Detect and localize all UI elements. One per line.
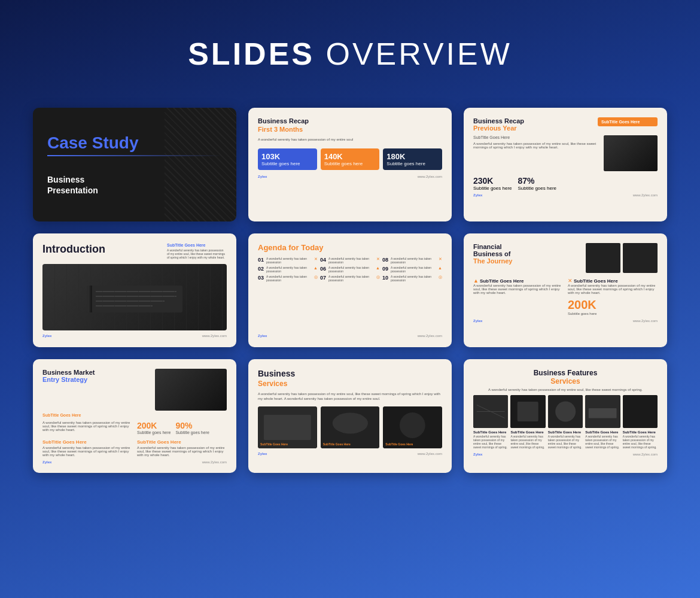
slide-business-recap-3m[interactable]: Business Recap First 3 Months A wonderfu… <box>248 108 452 221</box>
s7-stat1: 200K Subtitle goes here <box>137 421 171 435</box>
s3-subtitle: Previous Year <box>473 125 524 132</box>
stats-row: 103K Subtitle goes here 140K Subtitle go… <box>258 148 442 170</box>
s9-img-3 <box>548 395 583 428</box>
s3-right-img <box>604 135 658 171</box>
s6-left: ▲ SubTitle Goes Here A wonderful serenit… <box>473 278 563 315</box>
s9-img-4 <box>585 395 620 428</box>
slide-introduction[interactable]: Introduction SubTitle Goes Here A wonder… <box>33 233 236 347</box>
stat3-label: Subtitle goes here <box>386 161 425 166</box>
agenda-item-04: 04 A wonderful serenity has taken posses… <box>320 257 380 264</box>
s3-header: Business Recap Previous Year SubTitle Go… <box>473 117 658 132</box>
s4-title: Introduction <box>42 243 105 259</box>
features-img-5 <box>623 395 658 428</box>
s6-stat-label: Subtitle goes here <box>568 312 658 315</box>
slide-agenda[interactable]: Agenda for Today 01 A wonderful serenity… <box>248 233 452 347</box>
s9-img-2 <box>510 395 545 428</box>
s3-left: SubTitle Goes Here A wonderful serenity … <box>473 135 599 171</box>
s9-title: Business Features <box>473 369 658 377</box>
s3-stat2-label: Subtitle goes here <box>518 186 557 191</box>
agenda-item-03: 03 A wonderful serenity has taken posses… <box>258 275 318 282</box>
s9-url: www.2ylex.com <box>633 453 658 456</box>
s7-body: A wonderful serenity has taken possessio… <box>42 421 227 435</box>
s3-stat2: 87% Subtitle goes here <box>518 176 557 191</box>
stat-box-orange: 140K Subtitle goes here <box>321 148 380 170</box>
agenda-item-05: 06 A wonderful serenity has taken posses… <box>320 266 380 273</box>
notebook-illustration <box>75 280 194 315</box>
features-img-2 <box>510 395 545 428</box>
s9-brand: Zylex <box>473 453 482 456</box>
s8-brand: Zylex <box>258 452 267 456</box>
svg-rect-16 <box>518 402 538 421</box>
stat1-label: Subtitle goes here <box>261 161 300 166</box>
slide-business-recap-py[interactable]: Business Recap Previous Year SubTitle Go… <box>464 108 667 221</box>
s6-content: ▲ SubTitle Goes Here A wonderful serenit… <box>473 278 658 315</box>
s9-text: A wonderful serenity has taken possessio… <box>473 388 658 391</box>
stat3-num: 180K <box>386 152 439 161</box>
s3-left-label: SubTitle Goes Here <box>473 135 599 139</box>
s7-stat2: 90% Subtitle goes here <box>175 421 209 435</box>
svg-rect-20 <box>589 408 617 418</box>
s3-left-text: A wonderful serenity has taken possessio… <box>473 142 599 149</box>
agenda-item-09: 10 A wonderful serenity has taken posses… <box>382 275 442 282</box>
s9-cap-1: SubTitle Goes Here A wonderful serenity … <box>473 430 508 449</box>
agenda-item-01: 01 A wonderful serenity has taken posses… <box>258 257 318 264</box>
s3-stat1: 230K Subtitle goes here <box>473 176 512 191</box>
s6-brand: Zylex <box>473 319 482 323</box>
s7-header: Business Market Entry Strategy <box>42 369 227 411</box>
s3-title-block: Business Recap Previous Year <box>473 117 524 132</box>
s7-right: 200K Subtitle goes here 90% Subtitle goe… <box>137 421 227 435</box>
s4-brand: Zylex <box>42 334 51 338</box>
stat2-num: 140K <box>324 152 376 161</box>
features-img-4 <box>585 395 620 428</box>
s3-stat1-label: Subtitle goes here <box>473 186 512 191</box>
s6-item-2: ✕ SubTitle Goes Here A wonderful serenit… <box>568 278 658 295</box>
agenda-highlight: Today <box>301 243 323 252</box>
stat1-num: 103K <box>261 152 314 161</box>
s9-footer: Zylex www.2ylex.com <box>473 453 658 456</box>
slide-financial[interactable]: Financial Business of The Journey ▲ SubT… <box>464 233 667 347</box>
bg-pattern <box>165 108 236 221</box>
s7-main-title: Business Market <box>42 369 95 376</box>
s2-subtitle: First 3 Months <box>258 126 442 133</box>
s7-main-sub: Entry Strategy <box>42 376 95 383</box>
s9-img-1 <box>473 395 508 428</box>
s3-stats: 230K Subtitle goes here 87% Subtitle goe… <box>473 176 658 191</box>
s2-brand: Zylex <box>258 175 267 178</box>
s7-bottom-2: SubTitle Goes Here A wonderful serenity … <box>137 439 227 457</box>
slide-business-services[interactable]: Business Services A wonderful serenity h… <box>248 359 452 473</box>
s5-brand: Zylex <box>258 334 267 338</box>
slide-business-features[interactable]: Business Features Services A wonderful s… <box>464 359 667 473</box>
s3-stat1-num: 230K <box>473 176 512 186</box>
s3-title: Business Recap <box>473 117 524 125</box>
slide-case-study[interactable]: Case Study Business Presentation <box>33 108 236 221</box>
s4-header: Introduction SubTitle Goes Here A wonder… <box>42 243 227 259</box>
s4-text: A wonderful serenity has taken possessio… <box>167 248 227 259</box>
s9-images <box>473 395 658 428</box>
s4-url: www.2ylex.com <box>202 334 227 338</box>
stat-box-blue: 103K Subtitle goes here <box>258 148 317 170</box>
page-title: SLIDES OVERVIEW <box>188 36 512 72</box>
s2-text: A wonderful serenity has taken possessio… <box>258 138 442 142</box>
s8-img1-label: SubTitle Goes Here <box>260 442 288 446</box>
s9-cap-2: SubTitle Goes Here A wonderful serenity … <box>510 430 545 449</box>
s2-footer: Zylex www.2ylex.com <box>258 175 442 178</box>
agenda-item-02: 02 A wonderful serenity has taken posses… <box>258 266 318 273</box>
features-img-3 <box>548 395 583 428</box>
svg-rect-0 <box>87 286 182 312</box>
title-light: OVERVIEW <box>315 37 512 71</box>
agenda-col-3: 08 A wonderful serenity has taken posses… <box>382 257 442 330</box>
s4-subtitle: SubTitle Goes Here <box>167 243 227 247</box>
s8-img2-label: SubTitle Goes Here <box>323 442 351 446</box>
s6-header: Financial Business of The Journey <box>473 243 658 273</box>
s4-footer: Zylex www.2ylex.com <box>42 334 227 338</box>
s6-img-sm-1 <box>586 243 620 273</box>
s3-footer: Zylex www.2ylex.com <box>473 193 658 197</box>
agenda-item-08: 09 A wonderful serenity has taken posses… <box>382 266 442 273</box>
slide-market-entry[interactable]: Business Market Entry Strategy SubTitle … <box>33 359 236 473</box>
agenda-col-1: 01 A wonderful serenity has taken posses… <box>258 257 318 330</box>
s9-cap-4: SubTitle Goes Here A wonderful serenity … <box>585 430 620 449</box>
s7-left: A wonderful serenity has taken possessio… <box>42 421 132 435</box>
s6-title-block: Financial Business of The Journey <box>473 243 512 265</box>
s9-subtitle: Services <box>473 377 658 385</box>
s6-footer: Zylex www.2ylex.com <box>473 319 658 323</box>
